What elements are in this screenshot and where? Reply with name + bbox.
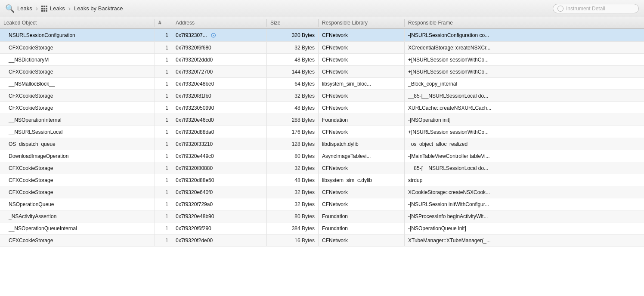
cell-name: CFXCookieStorage (0, 174, 155, 186)
table-row[interactable]: CFXCookieStorage 1 0x7f9320e640f0 32 Byt… (0, 186, 644, 198)
table-row[interactable]: DownloadImageOperation 1 0x7f9320e449c0 … (0, 150, 644, 162)
cell-library: Foundation (319, 210, 405, 222)
table-row[interactable]: CFXCookieStorage 1 0x7f9320f80880 32 Byt… (0, 162, 644, 174)
cell-size: 32 Bytes (267, 162, 319, 174)
col-address: Address (172, 19, 267, 27)
table-row[interactable]: CFXCookieStorage 1 0x7f9320f6f680 32 Byt… (0, 42, 644, 54)
cell-count: 1 (155, 162, 172, 174)
cell-size: 144 Bytes (267, 66, 319, 77)
cell-frame: XCookieStorage::createNSXCook... (405, 186, 644, 198)
address-text: 0x7f9320f80880 (176, 165, 213, 171)
table-row[interactable]: __NSOperationInternal 1 0x7f9320e46cd0 2… (0, 114, 644, 126)
table-row[interactable]: __NSDictionaryM 1 0x7f9320f2ddd0 48 Byte… (0, 54, 644, 66)
nav2-label[interactable]: Leaks (50, 5, 65, 12)
address-text: 0x7f932307... (176, 32, 207, 38)
cell-size: 48 Bytes (267, 174, 319, 186)
cell-library: CFNetwork (319, 29, 405, 41)
cell-name: OS_dispatch_queue (0, 138, 155, 150)
cell-frame: _os_object_alloc_realized (405, 138, 644, 150)
nav-section-1: 🔍 Leaks (5, 4, 32, 13)
table-row[interactable]: __NSMallocBlock__ 1 0x7f9320e48be0 64 By… (0, 78, 644, 90)
col-size: Size (267, 19, 319, 27)
address-text: 0x7f9320f33210 (176, 141, 213, 147)
cell-count: 1 (155, 234, 172, 246)
cell-frame: -[NSOperationQueue init] (405, 222, 644, 234)
cell-frame: -[NSProcessInfo beginActivityWit... (405, 210, 644, 222)
col-responsible-library: Responsible Library (319, 19, 405, 27)
col-leaked-object: Leaked Object (0, 19, 155, 27)
instrument-detail-placeholder: Instrument Detail (566, 6, 605, 12)
cell-count: 1 (155, 222, 172, 234)
address-text: 0x7f9320d88da0 (176, 129, 214, 135)
cell-address: 0x7f932307... ⊙ (172, 29, 267, 41)
cell-address: 0x7f9323050990 (172, 102, 267, 114)
cell-address: 0x7f9320f33210 (172, 138, 267, 150)
col-responsible-frame: Responsible Frame (405, 19, 644, 27)
table-body: NSURLSessionConfiguration 1 0x7f932307..… (0, 29, 644, 247)
cell-size: 16 Bytes (267, 234, 319, 246)
table-row[interactable]: __NSURLSessionLocal 1 0x7f9320d88da0 176… (0, 126, 644, 138)
cell-library: CFNetwork (319, 162, 405, 174)
cell-library: CFNetwork (319, 66, 405, 77)
table-row[interactable]: CFXCookieStorage 1 0x7f9323050990 48 Byt… (0, 102, 644, 114)
address-text: 0x7f9320e449c0 (176, 153, 214, 159)
cell-count: 1 (155, 174, 172, 186)
address-text: 0x7f9320f729a0 (176, 201, 213, 207)
cell-library: libsystem_sim_bloc... (319, 78, 405, 89)
cell-name: __NSOperationInternal (0, 114, 155, 126)
search-icon (557, 6, 564, 12)
table-row[interactable]: _NSActivityAssertion 1 0x7f9320e48b90 80… (0, 210, 644, 222)
cell-address: 0x7f9320f72700 (172, 66, 267, 77)
breadcrumb-sep-2: › (68, 5, 71, 12)
cell-library: CFNetwork (319, 42, 405, 53)
cell-address: 0x7f9320e48b90 (172, 210, 267, 222)
cell-name: __NSDictionaryM (0, 54, 155, 65)
cell-library: CFNetwork (319, 102, 405, 114)
cell-name: CFXCookieStorage (0, 186, 155, 198)
cell-address: 0x7f9320e46cd0 (172, 114, 267, 126)
cell-address: 0x7f9320f2ddd0 (172, 54, 267, 65)
cell-frame: -[NSURLSession initWithConfigur... (405, 198, 644, 210)
table-row[interactable]: CFXCookieStorage 1 0x7f9320d88e50 48 Byt… (0, 174, 644, 186)
cell-name: CFXCookieStorage (0, 90, 155, 102)
instrument-detail-search[interactable]: Instrument Detail (553, 4, 639, 13)
cell-count: 1 (155, 114, 172, 126)
table-row[interactable]: CFXCookieStorage 1 0x7f9320f81fb0 32 Byt… (0, 90, 644, 102)
table-row[interactable]: __NSOperationQueueInternal 1 0x7f9320f6f… (0, 222, 644, 234)
table-row[interactable]: OS_dispatch_queue 1 0x7f9320f33210 128 B… (0, 138, 644, 150)
cell-size: 32 Bytes (267, 186, 319, 198)
grid-icon (41, 6, 47, 12)
cell-frame: +[NSURLSession sessionWithCo... (405, 54, 644, 65)
cell-name: NSURLSessionConfiguration (0, 29, 155, 41)
cell-count: 1 (155, 198, 172, 210)
address-text: 0x7f9320f72700 (176, 69, 213, 75)
cell-name: CFXCookieStorage (0, 42, 155, 53)
nav-arrow-icon[interactable]: ⊙ (211, 31, 216, 39)
cell-library: Foundation (319, 114, 405, 126)
cell-address: 0x7f9320f81fb0 (172, 90, 267, 102)
cell-frame: XURLCache::createNSXURLCach... (405, 102, 644, 114)
address-text: 0x7f9320f2de00 (176, 237, 213, 244)
cell-frame: __85-[__NSURLSessionLocal do... (405, 90, 644, 102)
table-row[interactable]: CFXCookieStorage 1 0x7f9320f2de00 16 Byt… (0, 234, 644, 247)
table-row[interactable]: NSOperationQueue 1 0x7f9320f729a0 32 Byt… (0, 198, 644, 210)
cell-count: 1 (155, 150, 172, 162)
leaks-app-icon: 🔍 (5, 4, 15, 13)
address-text: 0x7f9320e46cd0 (176, 117, 214, 123)
cell-frame: +[NSURLSession sessionWithCo... (405, 66, 644, 77)
address-text: 0x7f9320e48be0 (176, 81, 214, 87)
cell-name: CFXCookieStorage (0, 66, 155, 77)
cell-name: __NSURLSessionLocal (0, 126, 155, 138)
address-text: 0x7f9320d88e50 (176, 177, 214, 183)
table-row[interactable]: CFXCookieStorage 1 0x7f9320f72700 144 By… (0, 66, 644, 78)
nav1-label[interactable]: Leaks (17, 5, 32, 12)
nav-section-2: Leaks (41, 5, 65, 12)
cell-size: 288 Bytes (267, 114, 319, 126)
table-row[interactable]: NSURLSessionConfiguration 1 0x7f932307..… (0, 29, 644, 42)
cell-frame: __85-[__NSURLSessionLocal do... (405, 162, 644, 174)
cell-frame: _Block_copy_internal (405, 78, 644, 89)
cell-address: 0x7f9320f2de00 (172, 234, 267, 246)
cell-library: CFNetwork (319, 186, 405, 198)
address-text: 0x7f9320f6f290 (176, 225, 211, 231)
nav3-label[interactable]: Leaks by Backtrace (74, 5, 123, 12)
